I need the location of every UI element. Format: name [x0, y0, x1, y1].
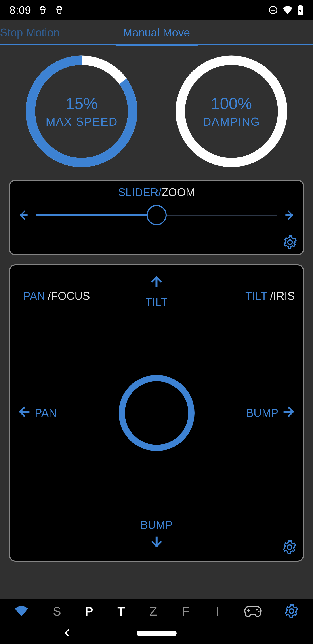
axis-i-label: I	[216, 604, 219, 618]
tilt-iris-blue: TILT	[245, 290, 268, 302]
arrow-down-icon	[149, 534, 164, 551]
max-speed-value: 15%	[46, 94, 117, 113]
damping-value: 100%	[203, 94, 260, 113]
arrow-right-icon	[281, 404, 295, 422]
axis-s-label: S	[53, 604, 61, 618]
slider-right-button[interactable]	[283, 209, 296, 222]
axis-p-button[interactable]: P	[73, 604, 105, 618]
slider-zoom-title: SLIDER/ZOOM	[17, 186, 296, 199]
android-status-bar: 8:09	[0, 0, 313, 20]
axis-t-label: T	[117, 604, 125, 618]
slider-settings-button[interactable]	[283, 236, 297, 250]
axis-f-button[interactable]: F	[169, 604, 202, 618]
gauges-row: 15% MAX SPEED 100% DAMPING	[0, 53, 313, 176]
tab-manual-move-label: Manual Move	[123, 26, 190, 39]
gamepad-button[interactable]	[234, 605, 272, 617]
joystick-thumb[interactable]	[119, 375, 195, 451]
axis-t-button[interactable]: T	[105, 604, 137, 618]
bugdroid-icon-1	[38, 5, 47, 15]
axis-s-button[interactable]: S	[41, 604, 73, 618]
damping-label: DAMPING	[203, 115, 260, 128]
tilt-iris-label: TILT/IRIS	[245, 290, 295, 302]
android-nav-bar	[0, 623, 313, 643]
slider-zoom-panel: SLIDER/ZOOM	[9, 180, 304, 255]
pan-focus-white: /FOCUS	[48, 290, 90, 302]
max-speed-gauge[interactable]: 15% MAX SPEED	[23, 53, 140, 170]
tab-manual-move[interactable]: Manual Move	[115, 20, 198, 45]
pan-focus-blue: PAN	[23, 290, 45, 302]
wifi-icon	[282, 5, 293, 16]
bump-right-button[interactable]: BUMP	[246, 404, 295, 422]
nav-home-pill[interactable]	[136, 630, 177, 636]
slider-thumb[interactable]	[147, 205, 167, 225]
joystick-settings-button[interactable]	[283, 540, 296, 555]
slider-left-button[interactable]	[17, 209, 30, 222]
max-speed-label: MAX SPEED	[46, 115, 117, 128]
tilt-up-button[interactable]: TILT	[145, 275, 168, 309]
tilt-up-label: TILT	[145, 296, 168, 309]
slider-track-empty	[157, 215, 278, 216]
tab-stop-motion[interactable]: Stop Motion	[0, 20, 67, 45]
bump-right-label: BUMP	[246, 406, 278, 420]
axis-z-button[interactable]: Z	[137, 604, 169, 618]
axis-toolbar: S P T Z F I	[0, 599, 313, 623]
app-settings-button[interactable]	[272, 604, 311, 618]
pan-tilt-joystick-panel: PAN/FOCUS TILT/IRIS TILT PAN BUMP BUMP	[9, 264, 304, 562]
arrow-up-icon	[149, 275, 164, 292]
bump-down-label: BUMP	[140, 518, 172, 532]
slider-track-fill	[35, 214, 157, 216]
status-time: 8:09	[9, 4, 31, 16]
tilt-iris-white: /IRIS	[270, 290, 295, 302]
battery-charging-icon	[297, 5, 304, 15]
mode-tab-bar: Stop Motion Manual Move	[0, 20, 313, 45]
axis-p-label: P	[85, 604, 93, 618]
manual-move-page: 15% MAX SPEED 100% DAMPING SLIDER/ZOOM	[0, 45, 313, 599]
arrow-left-icon	[18, 404, 32, 422]
connection-wifi-icon[interactable]	[2, 604, 41, 618]
axis-i-button[interactable]: I	[202, 604, 234, 618]
svg-point-8	[258, 611, 259, 612]
svg-point-7	[256, 609, 258, 610]
axis-f-label: F	[182, 604, 189, 618]
slider-title-white: ZOOM	[162, 186, 195, 198]
pan-left-label: PAN	[35, 406, 57, 420]
axis-z-label: Z	[149, 604, 157, 618]
bugdroid-icon-2	[54, 5, 64, 15]
nav-back-button[interactable]	[62, 628, 72, 639]
slider-track[interactable]	[35, 208, 278, 222]
tab-stop-motion-label: Stop Motion	[0, 26, 60, 39]
dnd-icon	[268, 5, 278, 15]
slider-title-blue: SLIDER/	[118, 186, 162, 198]
damping-gauge[interactable]: 100% DAMPING	[173, 53, 290, 170]
pan-left-button[interactable]: PAN	[18, 404, 57, 422]
svg-rect-3	[299, 5, 302, 6]
bump-down-button[interactable]: BUMP	[140, 518, 172, 551]
pan-focus-label: PAN/FOCUS	[23, 290, 90, 302]
